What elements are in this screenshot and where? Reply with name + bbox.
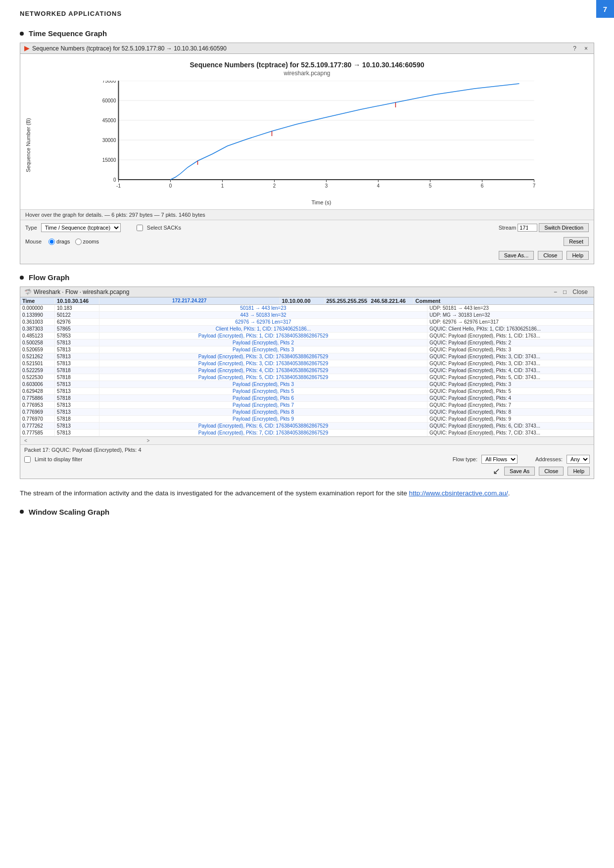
- flow-cell-comment: GQUIC: Payload (Encrypted), Pkts: 4: [427, 395, 594, 401]
- flow-data-row[interactable]: 0.62942857813Payload (Encrypted), Pkts 5…: [20, 388, 594, 395]
- flow-data-row[interactable]: 0.52225957818Payload (Encrypted), PKts: …: [20, 367, 594, 374]
- flow-data-row[interactable]: 0.50025857813Payload (Encrypted), Pkts 2…: [20, 339, 594, 346]
- flow-data-row[interactable]: 0.13399050122443 → 50183 len=32UDP: MG →…: [20, 312, 594, 319]
- window-help-button[interactable]: ?: [571, 45, 578, 52]
- flow-cell-src: 57813: [55, 388, 99, 394]
- time-sequence-window: ▶ Sequence Numbers (tcptrace) for 52.5.1…: [20, 43, 594, 264]
- svg-text:30000: 30000: [102, 138, 116, 143]
- mouse-drags-radio[interactable]: [48, 239, 55, 245]
- flow-cell-time: 0.776953: [20, 402, 55, 408]
- flow-data-row[interactable]: 0.77588657818Payload (Encrypted), Pkts 6…: [20, 395, 594, 402]
- limit-filter-checkbox[interactable]: [24, 456, 31, 463]
- flow-close-button-2[interactable]: Close: [539, 467, 564, 476]
- mouse-drags-label: drags: [56, 239, 70, 244]
- section-flow-graph: Flow Graph: [20, 273, 594, 282]
- help-button[interactable]: Help: [567, 251, 589, 260]
- type-select[interactable]: Time / Sequence (tcptrace): [41, 223, 121, 232]
- flow-data-row[interactable]: 0.77758557813Payload (Encrypted), PKts: …: [20, 430, 594, 436]
- flow-cell-comment: GQUIC: Payload (Encrypted), Pkts: 1, CID…: [427, 333, 594, 339]
- section-window-scaling: Window Scaling Graph: [20, 508, 594, 516]
- flow-cell-src: 57818: [55, 367, 99, 374]
- addresses-label: Addresses:: [535, 456, 563, 462]
- window-close-button[interactable]: ×: [582, 45, 590, 52]
- flow-cell-time: 0.133990: [20, 312, 55, 318]
- flow-data-row[interactable]: 0.77695357813Payload (Encrypted), Pkts 7…: [20, 402, 594, 409]
- flow-help-button[interactable]: Help: [567, 467, 590, 476]
- flow-cell-time: 0.522530: [20, 374, 55, 381]
- flow-data-row[interactable]: 0.52065957813Payload (Encrypted), Pkts 3…: [20, 346, 594, 353]
- flow-cell-comment: GQUIC: Payload (Encrypted), Pkts: 3, CID…: [427, 353, 594, 360]
- select-sacks-label: Select SACKs: [147, 225, 181, 231]
- flow-bottom: Packet 17: GQUIC: Payload (Encrypted), P…: [20, 444, 594, 479]
- time-sequence-titlebar: ▶ Sequence Numbers (tcptrace) for 52.5.1…: [20, 43, 594, 54]
- body-link[interactable]: http://www.cbsinteractive.com.au/: [409, 489, 508, 497]
- close-button[interactable]: Close: [538, 251, 563, 260]
- svg-text:-1: -1: [116, 183, 121, 189]
- flow-data-row[interactable]: 0.52253057818Payload (Encrypted), PKts: …: [20, 374, 594, 381]
- flow-data-row[interactable]: 0.77696957813Payload (Encrypted), Pkts 8…: [20, 409, 594, 416]
- svg-text:75000: 75000: [102, 81, 116, 84]
- graph-subtitle: wireshark.pcapng: [25, 70, 589, 77]
- save-as-button[interactable]: Save As...: [499, 251, 534, 260]
- flow-cell-src: 62976: [55, 319, 99, 325]
- svg-text:45000: 45000: [102, 118, 116, 123]
- page-number: 7: [596, 0, 614, 18]
- bullet-dot-2: [20, 276, 24, 280]
- flow-data-row[interactable]: 0.00000010.18350181 → 443 len=23UDP: 501…: [20, 305, 594, 312]
- select-sacks-checkbox[interactable]: [137, 225, 143, 231]
- resize-icon: ↙: [493, 466, 500, 477]
- flow-save-as-button[interactable]: Save As: [504, 467, 535, 476]
- bullet-dot-3: [20, 510, 24, 514]
- flow-window-title: Wireshark · Flow · wireshark.pcapng: [34, 289, 550, 295]
- flow-cell-comment: UDP: 62976 → 62976 Len=317: [427, 319, 594, 325]
- flow-cell-comment: GQUIC: Payload (Encrypted), Pkts: 4, CID…: [427, 367, 594, 374]
- flow-close-button[interactable]: Close: [570, 289, 590, 295]
- flow-type-select[interactable]: All Flows: [481, 455, 518, 464]
- mouse-label: Mouse: [25, 239, 42, 244]
- flow-cell-src: 57813: [55, 402, 99, 408]
- flow-cell-arrow: Payload (Encrypted), Pkts 8: [99, 409, 427, 415]
- section-heading-time-sequence: Time Sequence Graph: [29, 29, 107, 38]
- reset-button[interactable]: Reset: [564, 237, 589, 246]
- svg-text:1: 1: [221, 183, 224, 189]
- graph-controls-row1: Type Time / Sequence (tcptrace) Select S…: [20, 220, 594, 235]
- flow-data-row[interactable]: 0.52150157813Payload (Encrypted), PKts: …: [20, 360, 594, 367]
- flow-minimize-button[interactable]: −: [552, 289, 559, 295]
- flow-save-row: ↙ Save As Close Help: [24, 466, 590, 477]
- flow-table-area: Time 10.10.30.146 172.217.24.227 10.10.0…: [20, 297, 594, 436]
- svg-text:60000: 60000: [102, 98, 116, 103]
- page-title: NETWORKED APPLICATIONS: [20, 10, 594, 17]
- flow-data-row[interactable]: 0.77726257813Payload (Encrypted), PKts: …: [20, 423, 594, 430]
- flow-data-row[interactable]: 0.48512357853Payload (Encrypted), PKts: …: [20, 333, 594, 339]
- flow-data-row[interactable]: 0.38730357865Client Hello, PKts: 1, CID:…: [20, 326, 594, 333]
- save-close-row: Save As... Close Help: [20, 249, 594, 264]
- svg-text:0: 0: [113, 177, 116, 183]
- switch-direction-button[interactable]: Switch Direction: [539, 223, 589, 232]
- mouse-zooms-radio[interactable]: [75, 239, 82, 245]
- flow-cell-time: 0.777585: [20, 430, 55, 436]
- flow-titlebar: 🦈 Wireshark · Flow · wireshark.pcapng − …: [20, 287, 594, 297]
- flow-maximize-button[interactable]: □: [561, 289, 568, 295]
- flow-cell-comment: GQUIC: Payload (Encrypted), Pkts: 7, CID…: [427, 430, 594, 436]
- flow-cell-arrow: Payload (Encrypted), Pkts 5: [99, 388, 427, 394]
- flow-data-row[interactable]: 0.52126257813Payload (Encrypted), PKts: …: [20, 353, 594, 360]
- flow-data-row[interactable]: 0.77697057818Payload (Encrypted), Pkts 9…: [20, 416, 594, 423]
- mouse-zooms-option[interactable]: zooms: [75, 239, 99, 245]
- flow-data-row[interactable]: 0.3610036297662976 → 62976 Len=317UDP: 6…: [20, 319, 594, 326]
- y-axis-label: Sequence Number (B): [25, 81, 31, 209]
- flow-cell-src: 50122: [55, 312, 99, 318]
- flow-cell-comment: GQUIC: Payload (Encrypted), Pkts: 5, CID…: [427, 374, 594, 381]
- flow-data-row[interactable]: 0.60300657813Payload (Encrypted), Pkts 3…: [20, 381, 594, 388]
- time-sequence-window-title: Sequence Numbers (tcptrace) for 52.5.109…: [32, 45, 568, 52]
- col-header-ip5: 246.58.221.46: [369, 297, 414, 304]
- flow-cell-src: 57818: [55, 395, 99, 401]
- stream-input[interactable]: [518, 224, 537, 232]
- flow-cell-comment: GQUIC: Payload (Encrypted), Pkts: 6, CID…: [427, 423, 594, 429]
- addresses-select[interactable]: Any: [567, 455, 590, 464]
- flow-cell-comment: GQUIC: Payload (Encrypted), Pkts: 3, CID…: [427, 360, 594, 367]
- mouse-radio-group: drags zooms: [48, 239, 99, 245]
- flow-cell-arrow: Payload (Encrypted), PKts: 1, CID: 17638…: [99, 333, 427, 339]
- svg-text:5: 5: [429, 183, 432, 189]
- mouse-drags-option[interactable]: drags: [48, 239, 70, 245]
- flow-cell-src: 57818: [55, 416, 99, 422]
